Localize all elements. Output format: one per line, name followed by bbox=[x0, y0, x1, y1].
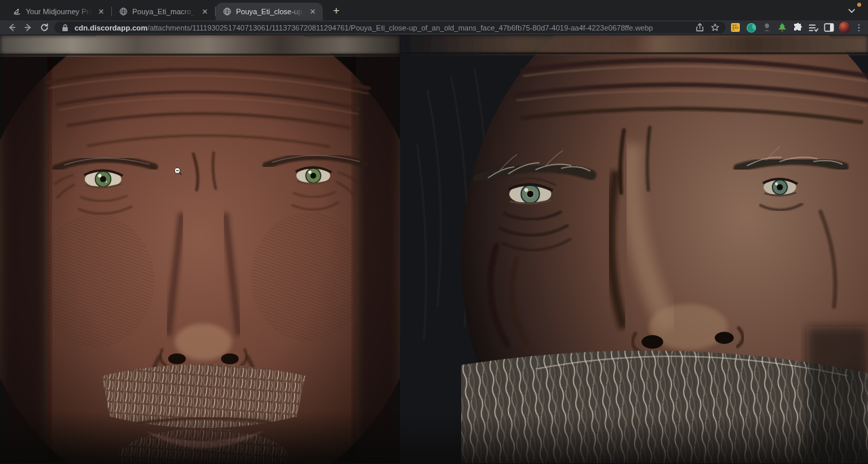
update-badge bbox=[857, 3, 861, 7]
url-text: cdn.discordapp.com/attachments/111193025… bbox=[75, 24, 690, 32]
globe-icon bbox=[222, 7, 232, 16]
tab-title: Your Midjourney Profile bbox=[26, 7, 92, 16]
url-path: /attachments/1111930251740713061/1113736… bbox=[148, 24, 653, 32]
tab-macro-photo[interactable]: Pouya_Eti_macro_photo_of_a ✕ bbox=[112, 3, 215, 20]
star-icon[interactable] bbox=[709, 22, 720, 33]
gray-extension-icon[interactable] bbox=[761, 22, 772, 33]
tab-midjourney-profile[interactable]: Your Midjourney Profile ✕ bbox=[5, 3, 111, 20]
close-icon[interactable]: ✕ bbox=[308, 7, 317, 16]
reload-icon[interactable] bbox=[38, 22, 50, 34]
tab-closeup-image[interactable]: Pouya_Eti_close-up_of_an_ol ✕ bbox=[216, 3, 323, 20]
new-tab-button[interactable]: + bbox=[328, 3, 344, 19]
globe-icon bbox=[119, 7, 128, 16]
yellow-grid-extension-icon[interactable] bbox=[730, 22, 741, 33]
back-arrow-icon[interactable] bbox=[5, 22, 18, 34]
url-domain: cdn.discordapp.com bbox=[75, 24, 148, 32]
close-icon[interactable]: ✕ bbox=[96, 7, 106, 16]
tab-title: Pouya_Eti_macro_photo_of_a bbox=[132, 7, 196, 16]
lock-icon[interactable] bbox=[60, 22, 71, 33]
side-panel-icon[interactable] bbox=[823, 22, 835, 33]
teal-moon-extension-icon[interactable] bbox=[745, 22, 757, 33]
url-address-bar[interactable]: cdn.discordapp.com/attachments/111193025… bbox=[54, 22, 726, 33]
tab-strip: Your Midjourney Profile ✕ Pouya_Eti_macr… bbox=[0, 0, 868, 20]
tab-title: Pouya_Eti_close-up_of_an_ol bbox=[236, 7, 304, 16]
right-face-photo[interactable] bbox=[400, 35, 868, 463]
three-dot-menu-icon[interactable]: ⋮ bbox=[854, 23, 863, 32]
midjourney-sailboat-icon bbox=[12, 7, 22, 16]
profile-avatar[interactable] bbox=[839, 22, 850, 33]
reading-list-icon[interactable] bbox=[808, 22, 819, 33]
extensions-puzzle-icon[interactable] bbox=[792, 22, 804, 33]
green-tree-extension-icon[interactable] bbox=[776, 22, 788, 33]
chevron-down-icon[interactable] bbox=[845, 4, 859, 18]
share-icon[interactable] bbox=[694, 22, 705, 33]
forward-arrow-icon[interactable] bbox=[22, 22, 34, 34]
browser-toolbar: cdn.discordapp.com/attachments/111193025… bbox=[0, 20, 868, 35]
image-viewer[interactable] bbox=[0, 35, 868, 463]
left-face-photo[interactable] bbox=[0, 35, 400, 463]
close-icon[interactable]: ✕ bbox=[200, 7, 210, 16]
